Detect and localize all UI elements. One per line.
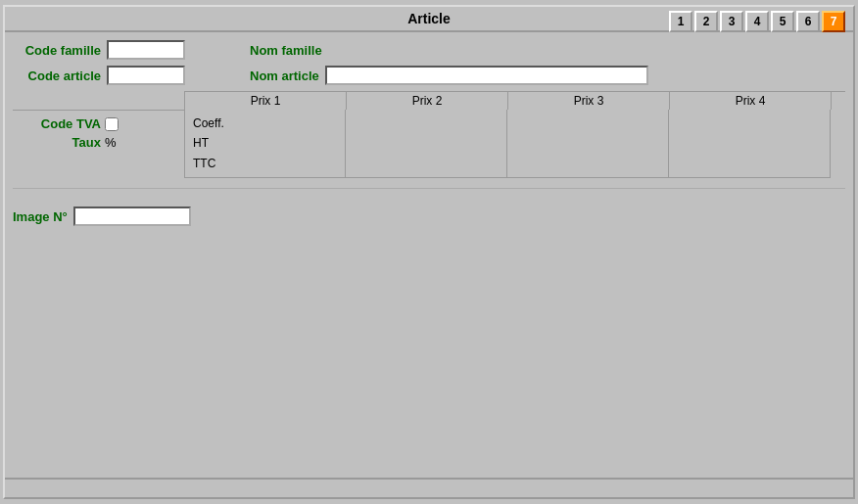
prix3-header: Prix 3 <box>508 92 670 110</box>
bottom-bar <box>5 478 853 497</box>
separator <box>13 188 845 189</box>
code-tva-row: Code TVA <box>13 115 184 133</box>
prix-body: Coeff. HT TTC <box>184 110 831 178</box>
tab-7[interactable]: 7 <box>822 11 845 32</box>
image-label: Image N° <box>13 209 68 224</box>
tab-3[interactable]: 3 <box>720 11 743 32</box>
tab-6[interactable]: 6 <box>796 11 820 32</box>
image-input[interactable] <box>73 206 191 226</box>
code-article-input[interactable] <box>107 66 185 85</box>
prix2-cell <box>346 110 507 178</box>
left-labels: Code TVA Taux % <box>13 110 184 178</box>
coeff-text: Coeff. <box>193 116 337 130</box>
main-window: Article 1 2 3 4 5 6 7 Code famille Nom f… <box>3 5 855 499</box>
code-article-row: Code article Nom article <box>13 66 845 85</box>
ht-text: HT <box>193 136 337 150</box>
nom-article-label: Nom article <box>250 69 319 83</box>
prix4-cell <box>669 110 831 178</box>
code-tva-label: Code TVA <box>13 116 101 131</box>
tab-2[interactable]: 2 <box>694 11 718 32</box>
prix-section: Prix 1 Prix 2 Prix 3 Prix 4 Code TVA <box>13 91 845 178</box>
code-famille-row: Code famille Nom famille <box>13 40 845 60</box>
coeff-labels: Coeff. HT TTC <box>184 110 346 178</box>
tab-1[interactable]: 1 <box>669 11 692 32</box>
taux-row: Taux % <box>13 133 184 152</box>
prix3-cell <box>507 110 669 178</box>
prix2-header: Prix 2 <box>347 92 508 110</box>
pct-label: % <box>105 135 117 150</box>
tab-buttons: 1 2 3 4 5 6 7 <box>669 11 845 32</box>
code-famille-input[interactable] <box>107 40 185 60</box>
prix-headers: Prix 1 Prix 2 Prix 3 Prix 4 <box>184 91 845 110</box>
prix-data-area: Code TVA Taux % Coeff. HT TTC <box>13 110 845 178</box>
nom-famille-label: Nom famille <box>250 43 322 58</box>
code-tva-checkbox[interactable] <box>105 117 119 131</box>
window-title: Article <box>407 11 451 26</box>
prix1-header: Prix 1 <box>185 92 347 110</box>
tab-5[interactable]: 5 <box>771 11 794 32</box>
ttc-text: TTC <box>193 157 337 170</box>
content-area: Code famille Nom famille Code article No… <box>5 30 853 478</box>
prix4-header: Prix 4 <box>670 92 832 110</box>
code-article-label: Code article <box>13 69 101 83</box>
taux-label: Taux <box>13 135 101 150</box>
nom-article-input[interactable] <box>325 66 648 85</box>
code-famille-label: Code famille <box>13 43 101 58</box>
image-row: Image N° <box>13 201 845 226</box>
tab-4[interactable]: 4 <box>745 11 769 32</box>
title-bar: Article 1 2 3 4 5 6 7 <box>5 7 853 30</box>
